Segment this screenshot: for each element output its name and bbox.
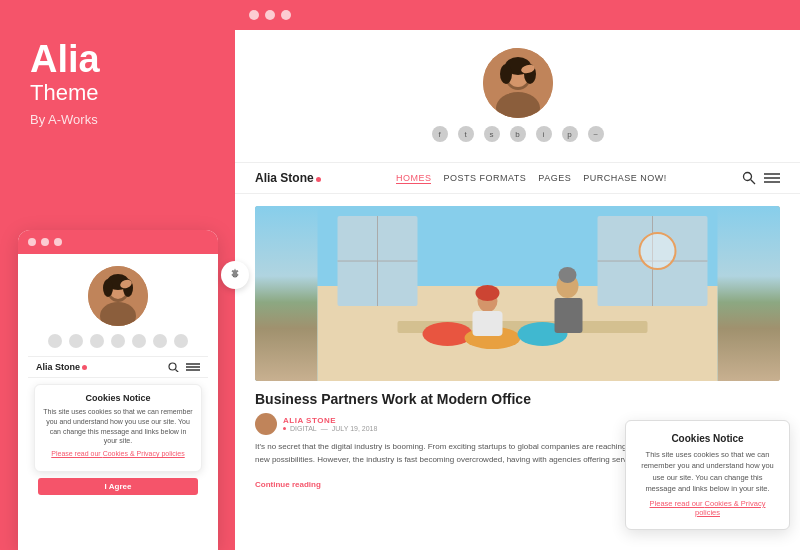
site-avatar — [483, 48, 553, 118]
mobile-cookie-text: This site uses cookies so that we can re… — [43, 407, 193, 446]
social-icon — [174, 334, 188, 348]
desktop-dot-red — [249, 10, 259, 20]
soundcloud-icon[interactable]: ~ — [588, 126, 604, 142]
social-icon — [132, 334, 146, 348]
meta-date: JULY 19, 2018 — [332, 425, 378, 432]
svg-point-22 — [743, 173, 751, 181]
gear-icon — [228, 268, 242, 282]
meta-info: ALIA STONE DIGITAL — JULY 19, 2018 — [283, 416, 377, 432]
mobile-traffic-lights — [18, 230, 218, 254]
mobile-agree-button[interactable]: I Agree — [38, 478, 198, 495]
meta-author: ALIA STONE — [283, 416, 377, 425]
site-header-top: f t s b i p ~ — [235, 30, 800, 163]
svg-line-9 — [176, 370, 180, 373]
social-icon — [111, 334, 125, 348]
mobile-social-icons — [48, 334, 188, 348]
mobile-avatar — [88, 266, 148, 326]
article-title[interactable]: Business Partners Work at Modern Office — [255, 391, 780, 407]
nav-link-pages[interactable]: PAGES — [538, 173, 571, 183]
brand-title: Alia — [30, 40, 100, 78]
search-icon — [168, 362, 180, 372]
site-nav: Alia Stone HOMES POSTS FORMATS PAGES PUR… — [235, 163, 800, 194]
mobile-cookie-box: Cookies Notice This site uses cookies so… — [34, 384, 202, 472]
social-icon — [153, 334, 167, 348]
twitter-icon[interactable]: t — [458, 126, 474, 142]
svg-point-19 — [500, 64, 512, 84]
meta-avatar — [255, 413, 277, 435]
pinterest-icon[interactable]: p — [562, 126, 578, 142]
meta-category-date: DIGITAL — JULY 19, 2018 — [283, 425, 377, 432]
social-icon — [48, 334, 62, 348]
desktop-dot-green — [281, 10, 291, 20]
traffic-dot-yellow — [41, 238, 49, 246]
nav-link-posts[interactable]: POSTS FORMATS — [443, 173, 526, 183]
site-social-row: f t s b i p ~ — [432, 126, 604, 142]
mobile-nav-brand: Alia Stone — [36, 362, 87, 372]
continue-reading-link[interactable]: Continue reading — [255, 480, 321, 489]
svg-point-44 — [559, 267, 577, 283]
desktop-cookie-text: This site uses cookies so that we can re… — [638, 449, 777, 494]
mobile-preview: Alia Stone Cookies Notice T — [18, 230, 218, 550]
nav-link-homes[interactable]: HOMES — [396, 173, 432, 184]
traffic-dot-green — [54, 238, 62, 246]
menu-icon[interactable] — [764, 172, 780, 184]
settings-gear-button[interactable] — [221, 261, 249, 289]
svg-rect-45 — [555, 298, 583, 333]
hero-scene-svg — [255, 206, 780, 381]
svg-point-35 — [640, 233, 676, 269]
mobile-cookie-link: Please read our Cookies & Privacy polici… — [43, 450, 193, 457]
hero-image — [255, 206, 780, 381]
social-icon — [90, 334, 104, 348]
svg-line-23 — [751, 180, 755, 184]
facebook-icon[interactable]: f — [432, 126, 448, 142]
svg-rect-42 — [473, 311, 503, 336]
svg-point-37 — [423, 322, 473, 346]
social-icon — [69, 334, 83, 348]
nav-link-purchase[interactable]: PURCHASE NOW! — [583, 173, 667, 183]
instagram-icon[interactable]: i — [536, 126, 552, 142]
desktop-cookie-popup: Cookies Notice This site uses cookies so… — [625, 420, 790, 530]
mobile-nav-icons — [168, 362, 200, 372]
mobile-nav-bar: Alia Stone — [28, 356, 208, 378]
svg-point-5 — [103, 279, 113, 297]
desktop-preview: f t s b i p ~ Alia Stone HOMES POSTS FOR… — [235, 0, 800, 550]
traffic-dot-red — [28, 238, 36, 246]
svg-point-8 — [169, 363, 176, 370]
site-nav-links: HOMES POSTS FORMATS PAGES PURCHASE NOW! — [396, 173, 667, 184]
brand-author: By A-Works — [30, 112, 98, 127]
behance-icon[interactable]: b — [510, 126, 526, 142]
left-panel: Alia Theme By A-Works — [0, 0, 235, 550]
brand-subtitle: Theme — [30, 80, 98, 106]
skype-icon[interactable]: s — [484, 126, 500, 142]
mobile-content: Alia Stone Cookies Notice T — [18, 254, 218, 550]
mobile-cookie-title: Cookies Notice — [43, 393, 193, 403]
svg-point-41 — [476, 285, 500, 301]
site-nav-brand: Alia Stone — [255, 171, 321, 185]
meta-category: DIGITAL — [290, 425, 317, 432]
search-icon[interactable] — [742, 171, 756, 185]
cookie-privacy-link[interactable]: Cookies & Privacy policies — [695, 499, 765, 517]
desktop-traffic-lights — [235, 0, 800, 30]
site-nav-icons — [742, 171, 780, 185]
desktop-cookie-title: Cookies Notice — [638, 433, 777, 444]
desktop-dot-yellow — [265, 10, 275, 20]
desktop-cookie-link: Please read our Cookies & Privacy polici… — [638, 499, 777, 517]
menu-icon — [186, 362, 200, 372]
